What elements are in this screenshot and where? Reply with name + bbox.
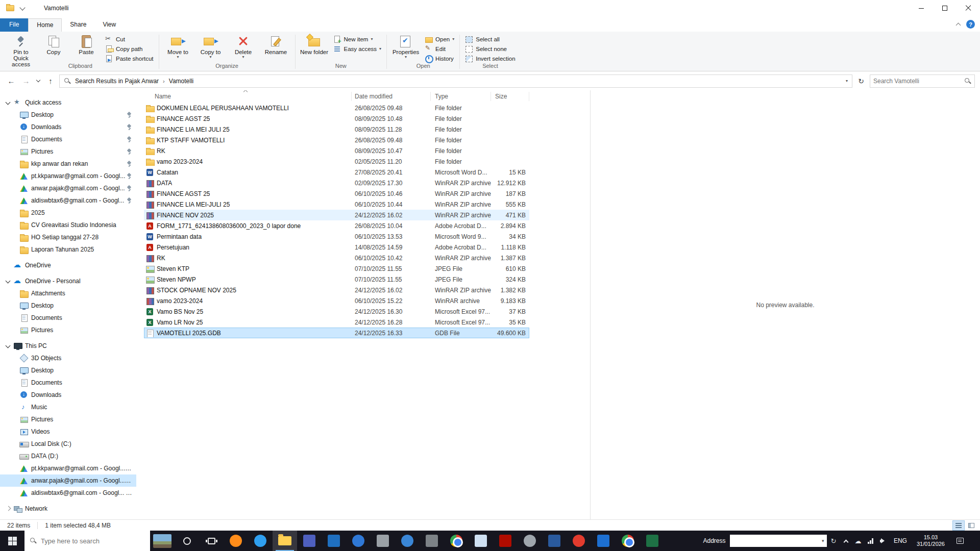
taskbar-app-acrobat[interactable]: [493, 531, 518, 551]
taskbar-app-excel[interactable]: [640, 531, 665, 551]
taskbar-app-outlook[interactable]: [322, 531, 346, 551]
column-header-type[interactable]: Type: [431, 92, 491, 101]
sidebar-item[interactable]: pt.kkpanwar@gmail.com - Googl...: [0, 170, 136, 182]
ribbon-button[interactable]: Copy: [38, 34, 69, 56]
column-header-name[interactable]: Name: [144, 92, 352, 101]
ribbon-button[interactable]: Properties: [390, 34, 422, 60]
sidebar-item[interactable]: Laporan Tahunan 2025: [0, 243, 136, 256]
sidebar-item[interactable]: CV Greavitasi Studio Indonesia: [0, 219, 136, 231]
file-row[interactable]: Steven NPWP07/10/2025 11.55JPEG File324 …: [144, 274, 529, 285]
file-row[interactable]: STOCK OPNAME NOV 202524/12/2025 16.02Win…: [144, 285, 529, 295]
sidebar-item[interactable]: 3D Objects: [0, 352, 136, 364]
taskbar-app-app-blue-2[interactable]: [542, 531, 567, 551]
taskbar-app-firefox[interactable]: [224, 531, 248, 551]
cortana-button[interactable]: [175, 531, 199, 551]
search-box[interactable]: [870, 74, 975, 88]
ribbon-button[interactable]: Move to: [162, 34, 194, 60]
maximize-button[interactable]: [933, 0, 957, 16]
sidebar-item[interactable]: Videos: [0, 425, 136, 438]
taskbar-app-app-blue-1[interactable]: [395, 531, 420, 551]
tab-file[interactable]: File: [0, 18, 28, 32]
forward-button[interactable]: →: [20, 75, 32, 87]
sidebar-item[interactable]: OneDrive - Personal: [0, 275, 136, 287]
tab-view[interactable]: View: [94, 18, 124, 32]
tab-home[interactable]: Home: [28, 18, 62, 32]
file-row[interactable]: VAMOTELLI 2025.GDB24/12/2025 16.33GDB Fi…: [144, 328, 529, 338]
taskbar-app-word[interactable]: [469, 531, 493, 551]
sidebar-item[interactable]: Pictures: [0, 145, 136, 158]
tab-share[interactable]: Share: [62, 18, 94, 32]
file-row[interactable]: FINANCE LIA MEI-JULI 2506/10/2025 10.44W…: [144, 199, 529, 210]
start-button[interactable]: [0, 531, 24, 551]
sidebar-item[interactable]: Desktop: [0, 109, 136, 121]
sidebar-item[interactable]: anwar.pajak@gmail.com - Googl...: [0, 182, 136, 194]
sidebar-item[interactable]: Attachments: [0, 287, 136, 299]
file-row[interactable]: FINANCE AGST 2508/09/2025 10.48File fold…: [144, 113, 529, 124]
file-row[interactable]: Catatan27/08/2025 20.41Microsoft Word D.…: [144, 167, 529, 178]
language-indicator[interactable]: ENG: [893, 537, 908, 544]
file-row[interactable]: FINANCE NOV 202524/12/2025 16.02WinRAR Z…: [144, 210, 529, 220]
chevron-down-icon[interactable]: [4, 277, 12, 285]
sidebar-item[interactable]: Documents: [0, 133, 136, 145]
file-row[interactable]: RK06/10/2025 10.42WinRAR ZIP archive1.38…: [144, 253, 529, 263]
taskbar-app-app-blue-3[interactable]: [591, 531, 616, 551]
qat-customize-chevron-icon[interactable]: [19, 5, 25, 10]
search-input[interactable]: [873, 78, 962, 85]
ribbon-button[interactable]: Cut: [103, 35, 156, 44]
minimize-button[interactable]: [910, 0, 933, 16]
back-button[interactable]: ←: [5, 75, 17, 87]
breadcrumb-item[interactable]: Vamotelli: [168, 78, 194, 85]
sidebar-item[interactable]: Downloads: [0, 121, 136, 133]
up-button[interactable]: ↑: [44, 75, 57, 87]
details-view-button[interactable]: [953, 521, 964, 530]
taskbar-app-app-gray-1[interactable]: [371, 531, 395, 551]
sidebar-item[interactable]: Downloads: [0, 389, 136, 401]
sidebar-item[interactable]: aldiswbtax6@gmail.com - Googl...: [0, 194, 136, 207]
ribbon-button[interactable]: New item: [331, 35, 384, 44]
file-row[interactable]: RK08/09/2025 10.47File folder: [144, 145, 529, 156]
sidebar-item[interactable]: HO Setiap tanggal 27-28: [0, 231, 136, 243]
weather-widget[interactable]: [150, 531, 175, 551]
sidebar-item[interactable]: pt.kkpanwar@gmail.com - Googl... (G:): [0, 462, 136, 474]
file-row[interactable]: Persetujuan14/08/2025 14.59Adobe Acrobat…: [144, 242, 529, 253]
file-row[interactable]: DATA02/09/2025 17.30WinRAR ZIP archive12…: [144, 178, 529, 188]
ribbon-button[interactable]: Rename: [260, 34, 292, 56]
sidebar-item[interactable]: Music: [0, 401, 136, 413]
ribbon-button[interactable]: New folder: [299, 34, 330, 56]
taskbar-app-chrome-2[interactable]: [616, 531, 640, 551]
sidebar-item[interactable]: DATA (D:): [0, 450, 136, 462]
onedrive-tray-icon[interactable]: [854, 537, 861, 545]
ribbon-button[interactable]: Easy access: [331, 44, 384, 54]
sidebar-item[interactable]: Quick access: [0, 96, 136, 109]
ribbon-button[interactable]: Paste: [70, 34, 102, 56]
volume-icon[interactable]: [880, 538, 886, 544]
taskbar-app-opera[interactable]: [567, 531, 591, 551]
address-toolbar-inputwrap[interactable]: [730, 535, 827, 547]
sidebar-item[interactable]: Documents: [0, 312, 136, 324]
ribbon-button[interactable]: Select none: [463, 44, 517, 54]
file-row[interactable]: FINANCE AGST 2506/10/2025 10.46WinRAR ZI…: [144, 188, 529, 199]
breadcrumb-item[interactable]: Search Results in Pajak Anwar: [74, 78, 160, 85]
file-row[interactable]: FORM_1771_624138608036000_2023_0 lapor d…: [144, 220, 529, 231]
recent-locations-button[interactable]: [35, 75, 42, 87]
thumbnails-view-button[interactable]: [966, 521, 977, 530]
file-row[interactable]: vamo 2023-202402/05/2025 11.20File folde…: [144, 156, 529, 167]
file-row[interactable]: vamo 2023-202406/10/2025 15.22WinRAR arc…: [144, 295, 529, 306]
help-icon[interactable]: ?: [966, 20, 975, 29]
taskbar-app-file-explorer[interactable]: [273, 531, 297, 551]
taskbar-app-edge[interactable]: [248, 531, 273, 551]
action-center-icon[interactable]: [957, 538, 964, 544]
close-button[interactable]: [957, 0, 980, 16]
file-row[interactable]: FINANCE LIA MEI JULI 2508/09/2025 11.28F…: [144, 124, 529, 135]
sidebar-item[interactable]: Local Disk (C:): [0, 438, 136, 450]
sidebar-item[interactable]: Network: [0, 503, 136, 515]
ribbon-button[interactable]: Copy path: [103, 44, 156, 54]
column-header-size[interactable]: Size: [491, 92, 529, 101]
file-row[interactable]: KTP STAFF VAMOTELLI26/08/2025 09.48File …: [144, 135, 529, 145]
ribbon-button[interactable]: Copy to: [195, 34, 227, 60]
sidebar-item[interactable]: Pictures: [0, 324, 136, 336]
taskbar-app-mail[interactable]: [346, 531, 371, 551]
sidebar-item[interactable]: Desktop: [0, 364, 136, 377]
address-go-icon[interactable]: [831, 537, 837, 545]
clock[interactable]: 15.03 31/01/2026: [915, 534, 947, 547]
